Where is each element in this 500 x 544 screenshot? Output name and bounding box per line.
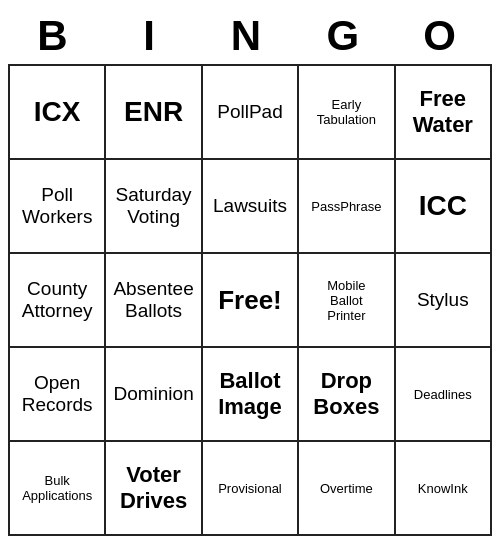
cell-r3-c0: OpenRecords xyxy=(9,347,105,441)
cell-r1-c2: Lawsuits xyxy=(202,159,298,253)
bingo-title: B I N G O xyxy=(8,8,492,64)
bingo-grid: ICXENRPollPadEarlyTabulationFreeWaterPol… xyxy=(8,64,492,536)
letter-n: N xyxy=(206,12,294,60)
cell-r0-c2: PollPad xyxy=(202,65,298,159)
cell-r3-c2: BallotImage xyxy=(202,347,298,441)
cell-r4-c0: BulkApplications xyxy=(9,441,105,535)
cell-r4-c2: Provisional xyxy=(202,441,298,535)
cell-r1-c4: ICC xyxy=(395,159,491,253)
cell-r3-c4: Deadlines xyxy=(395,347,491,441)
letter-g: G xyxy=(303,12,391,60)
cell-r1-c1: SaturdayVoting xyxy=(105,159,201,253)
cell-r2-c0: CountyAttorney xyxy=(9,253,105,347)
cell-r0-c3: EarlyTabulation xyxy=(298,65,394,159)
cell-r1-c3: PassPhrase xyxy=(298,159,394,253)
cell-r0-c1: ENR xyxy=(105,65,201,159)
cell-r4-c1: VoterDrives xyxy=(105,441,201,535)
cell-r2-c4: Stylus xyxy=(395,253,491,347)
cell-r2-c2: Free! xyxy=(202,253,298,347)
cell-r4-c3: Overtime xyxy=(298,441,394,535)
letter-o: O xyxy=(400,12,488,60)
cell-r3-c1: Dominion xyxy=(105,347,201,441)
letter-i: I xyxy=(109,12,197,60)
cell-r0-c0: ICX xyxy=(9,65,105,159)
cell-r2-c3: MobileBallotPrinter xyxy=(298,253,394,347)
letter-b: B xyxy=(12,12,100,60)
cell-r4-c4: KnowInk xyxy=(395,441,491,535)
cell-r1-c0: PollWorkers xyxy=(9,159,105,253)
cell-r0-c4: FreeWater xyxy=(395,65,491,159)
cell-r3-c3: DropBoxes xyxy=(298,347,394,441)
cell-r2-c1: AbsenteeBallots xyxy=(105,253,201,347)
